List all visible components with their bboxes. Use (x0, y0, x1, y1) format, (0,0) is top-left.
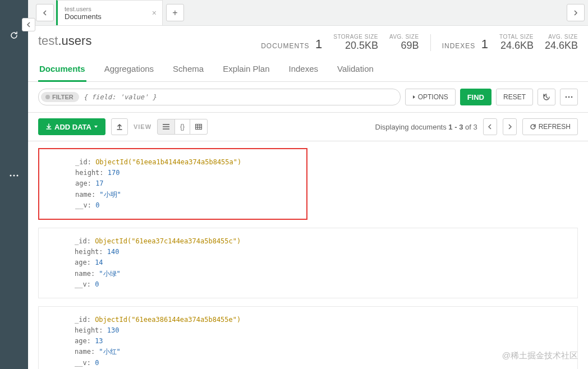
stat-avg-size-2: AVG. SIZE 24.6KB (545, 34, 578, 52)
more-options-button[interactable] (560, 89, 578, 105)
svg-rect-9 (196, 124, 202, 130)
stat-storage-size: STORAGE SIZE 20.5KB (333, 34, 378, 52)
divider (430, 34, 431, 51)
svg-point-3 (566, 96, 567, 98)
document-field: name: "小明" (75, 190, 296, 200)
caret-down-icon (94, 125, 98, 128)
filter-input[interactable] (79, 93, 399, 101)
chevron-left-icon (26, 22, 31, 27)
table-icon (195, 124, 202, 130)
history-icon (543, 93, 550, 101)
view-json-button[interactable]: {} (174, 119, 190, 135)
svg-point-4 (568, 96, 570, 98)
stat-indexes: INDEXES 1 (442, 37, 488, 52)
close-tab-button[interactable]: × (152, 8, 157, 17)
document-field: _id: ObjectId("61eea386144ea374a5b8455e"… (75, 315, 567, 325)
db-name: test (38, 34, 58, 48)
document-field: age: 14 (75, 257, 567, 268)
refresh-icon (10, 31, 19, 40)
watermark: @稀土掘金技术社区 (502, 350, 578, 361)
document-field: age: 13 (75, 336, 567, 347)
tab-aggregations[interactable]: Aggregations (103, 59, 155, 81)
tab-validation[interactable]: Validation (336, 59, 375, 81)
add-data-button[interactable]: ADD DATA (38, 118, 105, 135)
documents-list: _id: ObjectId("61eea1b4144ea374a5b8455a"… (28, 141, 588, 369)
document-field: height: 140 (75, 247, 567, 257)
svg-point-5 (571, 96, 573, 98)
document-card[interactable]: _id: ObjectId("61eea1b4144ea374a5b8455a"… (38, 148, 307, 220)
workspace-tab[interactable]: test.users Documents × (56, 0, 163, 25)
filter-row: FILTER OPTIONS FIND RESET (28, 82, 588, 113)
stat-avg-size: AVG. SIZE 69B (389, 34, 419, 52)
refresh-button[interactable]: REFRESH (522, 118, 578, 135)
tab-indexes[interactable]: Indexes (288, 59, 320, 81)
collection-tabs: Documents Aggregations Schema Explain Pl… (28, 52, 588, 82)
filter-box: FILTER (38, 89, 401, 105)
collection-stats: DOCUMENTS 1 STORAGE SIZE 20.5KB AVG. SIZ… (261, 34, 578, 52)
nav-back-button[interactable] (36, 4, 54, 21)
collection-header: test.users DOCUMENTS 1 STORAGE SIZE 20.5… (28, 26, 588, 52)
find-button[interactable]: FIND (460, 89, 491, 105)
next-tab-button[interactable] (567, 4, 585, 21)
filter-pill: FILTER (41, 92, 79, 102)
tab-documents[interactable]: Documents (38, 59, 86, 82)
caret-right-icon (412, 95, 416, 99)
svg-point-1 (13, 175, 15, 177)
document-field: height: 170 (75, 168, 296, 178)
stat-documents: DOCUMENTS 1 (261, 37, 322, 52)
tab-schema[interactable]: Schema (172, 59, 205, 81)
document-field: __v: 0 (75, 200, 296, 211)
svg-point-2 (17, 175, 19, 177)
displaying-text: Displaying documents 1 - 3 of 3 (375, 123, 477, 131)
ellipsis-icon (10, 174, 19, 177)
document-card[interactable]: _id: ObjectId("61eea37c144ea374a5b8455c"… (38, 228, 578, 298)
more-nav-button[interactable] (0, 162, 28, 190)
view-mode-buttons: {} (157, 119, 208, 135)
reset-button[interactable]: RESET (496, 89, 533, 105)
chevron-left-icon (488, 124, 492, 130)
prev-page-button[interactable] (483, 118, 497, 135)
chevron-right-icon (573, 10, 578, 16)
tab-explain-plan[interactable]: Explain Plan (222, 59, 270, 81)
document-field: name: "小红" (75, 347, 567, 357)
view-label: VIEW (134, 123, 151, 130)
view-table-button[interactable] (190, 119, 208, 135)
history-button[interactable] (538, 89, 555, 105)
tab-strip: test.users Documents × + (28, 0, 588, 26)
document-field: name: "小绿" (75, 269, 567, 279)
document-field: __v: 0 (75, 358, 567, 368)
stat-total-size: TOTAL SIZE 24.6KB (499, 34, 534, 52)
refresh-icon (530, 123, 536, 130)
document-field: __v: 0 (75, 279, 567, 290)
main-panel: test.users Documents × + test.users DOCU… (28, 0, 588, 369)
chevron-right-icon (508, 124, 512, 130)
namespace-title: test.users (38, 34, 91, 48)
tab-title: Documents (65, 12, 145, 21)
ellipsis-icon (565, 96, 573, 98)
options-button[interactable]: OPTIONS (405, 89, 456, 105)
left-sidebar (0, 0, 28, 369)
document-card[interactable]: _id: ObjectId("61eea386144ea374a5b8455e"… (38, 306, 578, 369)
list-icon (163, 124, 169, 130)
document-field: _id: ObjectId("61eea37c144ea374a5b8455c"… (75, 236, 567, 247)
export-icon (116, 123, 123, 130)
next-page-button[interactable] (503, 118, 517, 135)
tab-subtitle: test.users (65, 6, 145, 12)
document-field: age: 17 (75, 178, 296, 189)
braces-icon: {} (180, 123, 185, 131)
svg-point-0 (10, 175, 12, 177)
chevron-left-icon (43, 10, 47, 16)
view-list-button[interactable] (157, 119, 175, 135)
collapse-sidebar-button[interactable] (22, 18, 35, 31)
collection-name: .users (58, 34, 91, 48)
document-field: height: 130 (75, 325, 567, 336)
document-field: _id: ObjectId("61eea1b4144ea374a5b8455a"… (75, 157, 296, 168)
add-tab-button[interactable]: + (166, 4, 184, 21)
documents-toolbar: ADD DATA VIEW {} Displaying documents 1 … (28, 113, 588, 141)
export-button[interactable] (111, 118, 128, 135)
download-icon (45, 123, 52, 130)
